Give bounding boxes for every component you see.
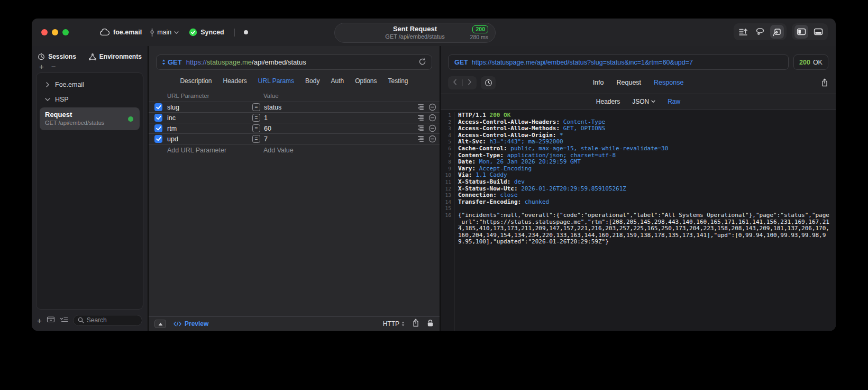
param-name-field[interactable]: slug [167, 104, 252, 111]
add-item-button[interactable]: + [39, 63, 44, 70]
multiline-value-icon[interactable] [418, 136, 424, 142]
tab-options[interactable]: Options [355, 77, 377, 85]
protocol-select[interactable]: HTTP [383, 320, 405, 328]
sidebar-item-request[interactable]: Request GET /api/embed/status [40, 107, 140, 130]
forward-button[interactable] [468, 78, 472, 87]
history-button[interactable] [481, 76, 496, 89]
tab-auth[interactable]: Auth [331, 77, 344, 85]
tab-url-params[interactable]: URL Params [258, 77, 294, 85]
url-host: statuspage.me [207, 58, 252, 66]
share-response-button[interactable] [821, 78, 828, 87]
multiline-value-icon[interactable] [418, 104, 424, 110]
updown-icon [401, 321, 405, 326]
url-bar[interactable]: GET https://statuspage.me/api/embed/stat… [156, 55, 432, 70]
tab-testing[interactable]: Testing [388, 77, 408, 85]
param-checkbox[interactable] [154, 135, 162, 143]
zoom-window-button[interactable] [62, 29, 69, 35]
editor-tabs: DescriptionHeadersURL ParamsBodyAuthOpti… [149, 70, 440, 91]
protocol-label: HTTP [383, 320, 399, 328]
resp-tab-request[interactable]: Request [617, 79, 642, 86]
request-queue-button[interactable] [736, 25, 750, 39]
remove-param-button[interactable] [428, 124, 436, 132]
back-button[interactable] [453, 78, 457, 87]
remove-param-button[interactable] [428, 114, 436, 122]
new-group-button[interactable] [47, 315, 55, 325]
clock-icon [38, 53, 45, 60]
sent-url-box[interactable]: GET https://statuspage.me/api/embed/stat… [448, 55, 789, 70]
editor-footer: Preview HTTP [149, 316, 440, 331]
export-button[interactable] [412, 319, 419, 329]
titlebar: foe.email main Synced Sent Re [32, 19, 836, 46]
toolbar-group-right [792, 23, 828, 40]
sent-requests-panel-button[interactable] [770, 25, 784, 39]
response-viewer: GET https://statuspage.me/api/embed/stat… [441, 46, 836, 331]
minimize-window-button[interactable] [52, 29, 58, 35]
list-options-button[interactable] [60, 315, 68, 325]
sync-status[interactable]: Synced [189, 28, 224, 37]
param-value-field[interactable]: 1 [264, 114, 418, 122]
param-checkbox[interactable] [154, 114, 162, 122]
param-checkbox[interactable] [154, 124, 162, 132]
param-value-field[interactable]: status [264, 104, 418, 111]
param-name-field[interactable]: upd [167, 135, 252, 143]
new-request-button[interactable]: + [37, 316, 42, 325]
status-code-badge: 200 [472, 25, 488, 33]
line-number: 2 [441, 119, 454, 126]
remove-item-button[interactable]: − [51, 63, 56, 70]
share-icon [412, 319, 419, 327]
remove-param-button[interactable] [428, 103, 436, 111]
triangle-up-icon [158, 322, 163, 326]
history-clock-icon [485, 79, 492, 87]
resp-subtab-json[interactable]: JSON [632, 98, 655, 105]
toggle-bottom-panel-button[interactable] [811, 25, 825, 39]
resp-tab-info[interactable]: Info [593, 79, 604, 86]
sidebar-item-hsp[interactable]: HSP [36, 92, 143, 107]
method-select[interactable]: GET [168, 58, 182, 66]
line-number: 11 [441, 179, 454, 186]
response-nav: InfoRequestResponse [448, 76, 828, 89]
line-number: 4 [441, 132, 454, 139]
remove-param-button[interactable] [428, 135, 436, 143]
resp-tab-response[interactable]: Response [654, 79, 683, 86]
resend-button[interactable] [418, 58, 426, 67]
project-name[interactable]: foe.email [113, 29, 142, 36]
project-info: foe.email main Synced [99, 28, 248, 37]
tab-headers[interactable]: Headers [223, 77, 246, 85]
resp-subtab-headers[interactable]: Headers [596, 98, 620, 105]
lasso-button[interactable] [753, 25, 767, 39]
add-param-name-field[interactable]: Add URL Parameter [167, 147, 263, 154]
equals-icon: = [252, 124, 260, 132]
branch-selector[interactable]: main [150, 28, 179, 37]
expand-panel-button[interactable] [154, 320, 166, 328]
param-name-field[interactable]: inc [167, 114, 252, 122]
param-checkbox[interactable] [154, 103, 162, 111]
add-param-value-field[interactable]: Add Value [263, 147, 294, 154]
tab-sessions[interactable]: Sessions [38, 53, 76, 60]
param-value-field[interactable]: 60 [264, 125, 418, 132]
sent-request-pill[interactable]: Sent Request GET /api/embed/status 200 2… [334, 23, 496, 43]
tab-sessions-label: Sessions [48, 53, 76, 60]
close-window-button[interactable] [41, 29, 48, 35]
lock-button[interactable] [427, 319, 434, 329]
chevron-down-icon [45, 97, 50, 102]
multiline-value-icon[interactable] [418, 125, 424, 131]
search-icon [78, 317, 84, 323]
tree-item-label: HSP [55, 96, 69, 103]
environments-icon [89, 53, 96, 60]
multiline-value-icon[interactable] [418, 115, 424, 121]
line-number: 7 [441, 152, 454, 159]
response-raw-view[interactable]: 1HTTP/1.1 200 OK2Access-Control-Allow-He… [441, 110, 836, 331]
tab-environments[interactable]: Environments [89, 53, 142, 60]
resp-subtab-raw[interactable]: Raw [668, 98, 680, 105]
tab-description[interactable]: Description [180, 77, 212, 85]
chevron-right-icon [45, 82, 50, 87]
toggle-left-sidebar-button[interactable] [794, 25, 808, 39]
preview-button[interactable]: Preview [173, 320, 208, 328]
param-value-field[interactable]: 7 [264, 135, 418, 143]
response-tabs: InfoRequestResponse [593, 79, 684, 86]
refresh-icon [418, 58, 426, 66]
search-input[interactable]: Search [73, 315, 142, 326]
tab-body[interactable]: Body [305, 77, 319, 85]
sidebar-item-foe-email[interactable]: Foe.email [36, 77, 143, 92]
param-name-field[interactable]: rtm [167, 125, 252, 132]
